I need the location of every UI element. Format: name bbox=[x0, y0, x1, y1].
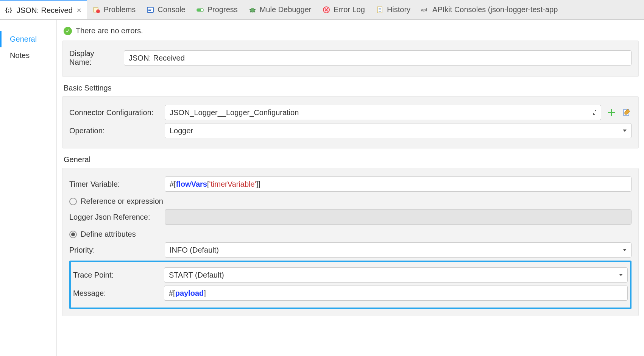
svg-rect-7 bbox=[197, 9, 201, 11]
tab-mule-debugger[interactable]: Mule Debugger bbox=[243, 0, 317, 19]
display-name-section: Display Name: JSON: Received bbox=[62, 41, 639, 77]
operation-select[interactable]: Logger bbox=[165, 123, 632, 138]
svg-text:api: api bbox=[421, 8, 427, 12]
connector-config-select[interactable]: JSON_Logger__Logger_Configuration bbox=[165, 105, 601, 120]
add-config-button[interactable] bbox=[607, 108, 616, 117]
trace-point-select[interactable]: START (Default) bbox=[164, 267, 628, 283]
bug-icon bbox=[248, 6, 257, 14]
tab-label: History bbox=[387, 5, 410, 14]
editor-tabbar: {;} JSON: Received ✕ Problems Console Pr… bbox=[0, 0, 644, 20]
console-icon bbox=[146, 6, 154, 14]
svg-rect-3 bbox=[147, 7, 153, 12]
timer-variable-label: Timer Variable: bbox=[69, 180, 159, 189]
tab-history[interactable]: History bbox=[370, 0, 416, 19]
tab-error-log[interactable]: Error Log bbox=[317, 0, 370, 19]
tab-problems[interactable]: Problems bbox=[87, 0, 141, 19]
radio-icon bbox=[69, 198, 77, 205]
priority-label: Priority: bbox=[69, 246, 159, 255]
tab-progress[interactable]: Progress bbox=[191, 0, 243, 19]
radio-define-attributes[interactable]: Define attributes bbox=[69, 230, 632, 239]
radio-label: Define attributes bbox=[81, 230, 136, 239]
highlighted-region: Trace Point: START (Default) Message: #[… bbox=[69, 261, 632, 309]
check-icon: ✓ bbox=[64, 27, 72, 35]
error-log-icon bbox=[322, 6, 331, 14]
validation-message: There are no errors. bbox=[76, 27, 143, 35]
properties-panel: ✓ There are no errors. Display Name: JSO… bbox=[57, 20, 644, 356]
sidebar-item-general[interactable]: General bbox=[0, 31, 56, 47]
history-icon bbox=[376, 6, 384, 14]
tab-label: Problems bbox=[104, 5, 136, 14]
message-input[interactable]: #[payload] bbox=[164, 286, 628, 301]
problems-icon bbox=[92, 6, 101, 14]
priority-select[interactable]: INFO (Default) bbox=[165, 242, 632, 258]
radio-label: Reference or expression bbox=[81, 197, 163, 206]
general-section: Timer Variable: #[flowVars['timerVariabl… bbox=[62, 168, 639, 316]
svg-rect-22 bbox=[608, 112, 615, 113]
logger-json-ref-input bbox=[165, 209, 632, 225]
tab-json-received[interactable]: {;} JSON: Received ✕ bbox=[0, 0, 87, 19]
display-name-label: Display Name: bbox=[69, 49, 119, 67]
svg-point-2 bbox=[96, 9, 100, 13]
api-icon: api bbox=[421, 6, 429, 14]
timer-variable-input[interactable]: #[flowVars['timerVariable']] bbox=[165, 176, 632, 192]
tab-label: APIkit Consoles (json-logger-test-app bbox=[432, 5, 558, 14]
close-icon[interactable]: ✕ bbox=[76, 7, 81, 14]
sidebar-item-notes[interactable]: Notes bbox=[0, 47, 56, 64]
tab-console[interactable]: Console bbox=[141, 0, 190, 19]
tab-apikit-consoles[interactable]: api APIkit Consoles (json-logger-test-ap… bbox=[416, 0, 563, 19]
json-braces-icon: {;} bbox=[5, 6, 14, 14]
radio-reference-expression[interactable]: Reference or expression bbox=[69, 197, 632, 206]
validation-status: ✓ There are no errors. bbox=[62, 27, 639, 35]
operation-label: Operation: bbox=[69, 126, 159, 135]
message-label: Message: bbox=[73, 289, 159, 298]
tab-label: Progress bbox=[207, 5, 238, 14]
tab-label: Console bbox=[157, 5, 185, 14]
progress-icon bbox=[196, 6, 204, 14]
basic-settings-title: Basic Settings bbox=[64, 84, 637, 92]
trace-point-label: Trace Point: bbox=[73, 271, 159, 279]
tab-label: JSON: Received bbox=[17, 6, 73, 15]
display-name-input[interactable]: JSON: Received bbox=[124, 50, 632, 66]
tab-label: Error Log bbox=[334, 5, 365, 14]
svg-text:{;}: {;} bbox=[5, 7, 12, 13]
logger-json-ref-label: Logger Json Reference: bbox=[69, 213, 159, 222]
tab-label: Mule Debugger bbox=[260, 5, 312, 14]
radio-icon bbox=[69, 231, 77, 238]
basic-settings-section: Connector Configuration: JSON_Logger__Lo… bbox=[62, 96, 639, 148]
connector-config-label: Connector Configuration: bbox=[69, 108, 159, 117]
properties-sidebar: General Notes bbox=[0, 20, 57, 356]
edit-config-button[interactable] bbox=[622, 108, 632, 117]
general-section-title: General bbox=[64, 155, 637, 164]
